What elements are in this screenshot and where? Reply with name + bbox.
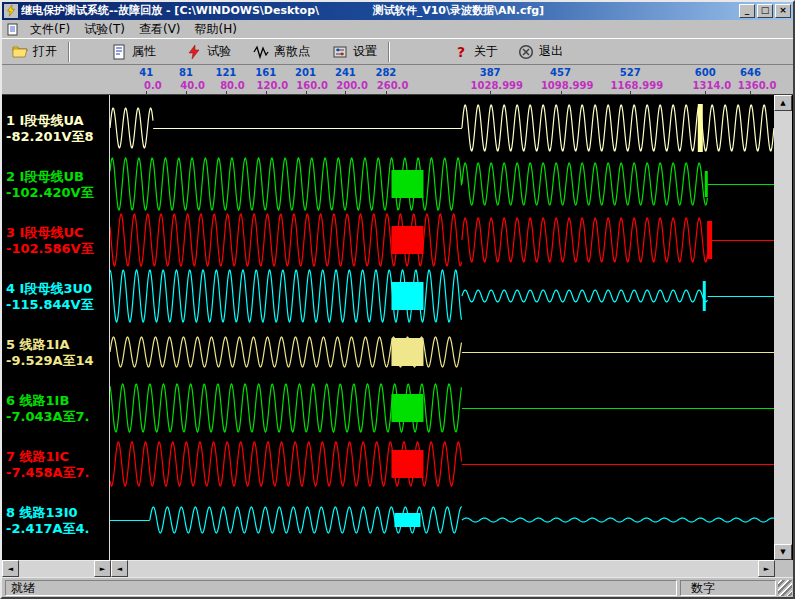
ruler-time-label: 260.0 bbox=[377, 80, 409, 91]
svg-text:?: ? bbox=[457, 44, 465, 60]
waveform-canvas[interactable] bbox=[110, 95, 774, 560]
ruler-time-label: 1028.999 bbox=[471, 80, 524, 91]
toolbar-button-label: 离散点 bbox=[274, 43, 310, 60]
channel-name: 7 线路1IC bbox=[6, 449, 90, 465]
panel-scroll-right-button[interactable]: ► bbox=[94, 560, 111, 577]
time-ruler: 410.08140.012180.0161120.0201160.0241200… bbox=[2, 65, 793, 95]
ruler-sample-label: 457 bbox=[550, 67, 571, 78]
waveform-area bbox=[110, 95, 774, 560]
channel-label-2[interactable]: 2 Ⅰ段母线UB-102.420V至 bbox=[6, 169, 94, 201]
wave-scroll-track[interactable] bbox=[128, 560, 758, 577]
channel-range: -102.586V至 bbox=[6, 241, 94, 257]
toolbar-button-label: 打开 bbox=[33, 43, 57, 60]
ruler-time-label: 160.0 bbox=[296, 80, 328, 91]
scrollbar-corner bbox=[775, 560, 793, 577]
channel-panel: 1 Ⅰ段母线UA-82.201V至82 Ⅰ段母线UB-102.420V至3 Ⅰ段… bbox=[2, 95, 110, 560]
toolbar-button-label: 关于 bbox=[474, 43, 498, 60]
channel-range: -102.420V至 bbox=[6, 185, 94, 201]
numlock-indicator: 数字 bbox=[680, 580, 776, 596]
channel-range: -7.043A至7. bbox=[6, 409, 90, 425]
channel-range: -7.458A至7. bbox=[6, 465, 90, 481]
ruler-time-label: 40.0 bbox=[180, 80, 205, 91]
menu-item-4[interactable]: 帮助(H) bbox=[188, 20, 244, 39]
document-icon bbox=[6, 23, 19, 36]
menu-item-1[interactable]: 文件(F) bbox=[23, 20, 77, 39]
ruler-sample-label: 646 bbox=[740, 67, 761, 78]
ruler-sample-label: 241 bbox=[335, 67, 356, 78]
ruler-time-label: 200.0 bbox=[336, 80, 368, 91]
ruler-time-label: 1168.999 bbox=[611, 80, 664, 91]
vertical-scroll-track[interactable] bbox=[774, 111, 792, 544]
open-button[interactable]: 打开 bbox=[5, 41, 64, 62]
restore-button[interactable]: □ bbox=[757, 4, 773, 18]
discrete-points-icon bbox=[253, 44, 269, 60]
about-icon: ? bbox=[453, 44, 469, 60]
content-area: 1 Ⅰ段母线UA-82.201V至82 Ⅰ段母线UB-102.420V至3 Ⅰ段… bbox=[2, 95, 793, 560]
ruler-time-label: 80.0 bbox=[220, 80, 245, 91]
scroll-up-button[interactable]: ▲ bbox=[774, 95, 792, 111]
panel-scroll-left-button[interactable]: ◄ bbox=[2, 560, 19, 577]
open-icon bbox=[12, 44, 28, 60]
panel-horizontal-scrollbar[interactable]: ◄ ► bbox=[2, 560, 111, 577]
waveform-horizontal-scrollbar[interactable]: ◄ ► bbox=[111, 560, 775, 577]
status-message: 就绪 bbox=[5, 580, 677, 596]
ruler-sample-label: 41 bbox=[139, 67, 153, 78]
settings-icon bbox=[332, 44, 348, 60]
channel-range: -82.201V至8 bbox=[6, 129, 94, 145]
scroll-down-button[interactable]: ▼ bbox=[774, 544, 792, 560]
ruler-time-label: 1098.999 bbox=[541, 80, 594, 91]
channel-range: -2.417A至4. bbox=[6, 521, 90, 537]
toolbar-button-label: 设置 bbox=[353, 43, 377, 60]
app-window: 继电保护测试系统--故障回放 - [C:\WINDOWS\Desktop\ 测试… bbox=[0, 0, 795, 599]
up-arrow-icon: ▲ bbox=[780, 99, 785, 107]
title-bar[interactable]: 继电保护测试系统--故障回放 - [C:\WINDOWS\Desktop\ 测试… bbox=[2, 2, 793, 20]
about-button[interactable]: ?关于 bbox=[446, 41, 505, 62]
right-arrow-icon: ► bbox=[764, 565, 769, 573]
settings-button[interactable]: 设置 bbox=[325, 41, 384, 62]
channel-range: -115.844V至 bbox=[6, 297, 94, 313]
channel-label-3[interactable]: 3 Ⅰ段母线UC-102.586V至 bbox=[6, 225, 94, 257]
ruler-sample-label: 81 bbox=[179, 67, 193, 78]
channel-name: 3 Ⅰ段母线UC bbox=[6, 225, 94, 241]
channel-name: 6 线路1IB bbox=[6, 393, 90, 409]
properties-button[interactable]: 属性 bbox=[104, 41, 163, 62]
channel-label-8[interactable]: 8 线路13I0-2.417A至4. bbox=[6, 505, 90, 537]
ruler-scale[interactable]: 410.08140.012180.0161120.0201160.0241200… bbox=[111, 65, 775, 95]
ruler-sample-label: 282 bbox=[375, 67, 396, 78]
channel-label-5[interactable]: 5 线路1IA-9.529A至14 bbox=[6, 337, 94, 369]
channel-range: -9.529A至14 bbox=[6, 353, 94, 369]
discrete-points-button[interactable]: 离散点 bbox=[246, 41, 317, 62]
channel-label-4[interactable]: 4 Ⅰ段母线3U0-115.844V至 bbox=[6, 281, 94, 313]
channel-name: 8 线路13I0 bbox=[6, 505, 90, 521]
exit-icon bbox=[518, 44, 534, 60]
exit-button[interactable]: 退出 bbox=[511, 41, 570, 62]
bottom-scroll-row: ◄ ► ◄ ► bbox=[2, 560, 793, 577]
down-arrow-icon: ▼ bbox=[780, 548, 785, 556]
menu-item-3[interactable]: 查看(V) bbox=[132, 20, 188, 39]
ruler-sample-label: 161 bbox=[255, 67, 276, 78]
ruler-sample-label: 201 bbox=[295, 67, 316, 78]
panel-scroll-track[interactable] bbox=[19, 560, 94, 577]
wave-scroll-left-button[interactable]: ◄ bbox=[111, 560, 128, 577]
ruler-sample-label: 387 bbox=[480, 67, 501, 78]
left-arrow-icon: ◄ bbox=[8, 565, 13, 573]
test-icon bbox=[186, 44, 202, 60]
toolbar: 打开属性试验离散点设置?关于退出 bbox=[2, 38, 793, 65]
minimize-button[interactable]: _ bbox=[739, 4, 755, 18]
right-arrow-icon: ► bbox=[100, 565, 105, 573]
channel-name: 2 Ⅰ段母线UB bbox=[6, 169, 94, 185]
ruler-time-label: 120.0 bbox=[257, 80, 289, 91]
window-title: 继电保护测试系统--故障回放 - [C:\WINDOWS\Desktop\ 测试… bbox=[21, 2, 739, 20]
ruler-time-label: 1314.0 bbox=[693, 80, 732, 91]
channel-label-6[interactable]: 6 线路1IB-7.043A至7. bbox=[6, 393, 90, 425]
wave-scroll-right-button[interactable]: ► bbox=[758, 560, 775, 577]
menu-bar: 文件(F)试验(T)查看(V)帮助(H) bbox=[2, 20, 793, 38]
vertical-scrollbar[interactable]: ▲ ▼ bbox=[774, 95, 792, 560]
ruler-sample-label: 527 bbox=[620, 67, 641, 78]
channel-label-1[interactable]: 1 Ⅰ段母线UA-82.201V至8 bbox=[6, 113, 94, 145]
resize-grip[interactable] bbox=[778, 580, 792, 596]
close-button[interactable]: × bbox=[775, 4, 791, 18]
test-button[interactable]: 试验 bbox=[179, 41, 238, 62]
channel-label-7[interactable]: 7 线路1IC-7.458A至7. bbox=[6, 449, 90, 481]
menu-item-2[interactable]: 试验(T) bbox=[77, 20, 132, 39]
